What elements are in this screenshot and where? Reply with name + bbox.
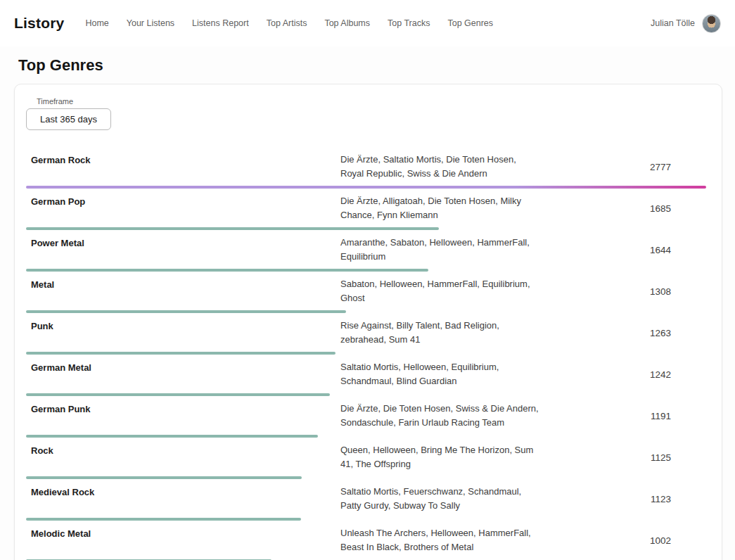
genre-artists: Rise Against, Billy Talent, Bad Religion… (340, 319, 540, 347)
genre-count: 1125 (540, 452, 706, 463)
top-genres-card: Timeframe Last 365 days German Rock Die … (14, 84, 722, 560)
genre-row: Punk Rise Against, Billy Talent, Bad Rel… (26, 313, 706, 355)
genre-row: German Rock Die Ärzte, Saltatio Mortis, … (26, 147, 706, 189)
genre-name: Power Metal (26, 236, 340, 250)
genre-name: Medieval Rock (26, 485, 340, 499)
genre-artists: Die Ärzte, Alligatoah, Die Toten Hosen, … (340, 194, 540, 222)
nav-item-home[interactable]: Home (85, 18, 108, 28)
genre-name: German Pop (26, 194, 340, 209)
timeframe-label: Timeframe (37, 97, 706, 106)
genre-artists: Queen, Helloween, Bring Me The Horizon, … (340, 443, 540, 471)
genre-artists: Amaranthe, Sabaton, Helloween, HammerFal… (340, 236, 540, 264)
genre-count: 1308 (540, 286, 706, 297)
nav-item-listens-report[interactable]: Listens Report (192, 18, 249, 28)
user-menu[interactable]: Julian Tölle (651, 14, 721, 33)
nav-item-top-genres[interactable]: Top Genres (447, 18, 493, 28)
genre-artists: Unleash The Archers, Helloween, HammerFa… (340, 526, 540, 554)
genre-count: 1263 (540, 328, 706, 338)
genre-count: 1123 (540, 494, 706, 504)
genre-artists: Saltatio Mortis, Helloween, Equilibrium,… (340, 360, 540, 388)
genre-name: German Punk (26, 402, 340, 416)
genre-row: German Pop Die Ärzte, Alligatoah, Die To… (26, 189, 706, 230)
genre-row: Medieval Rock Saltatio Mortis, Feuerschw… (26, 479, 706, 521)
genre-name: Rock (26, 443, 340, 458)
genre-row: German Punk Die Ärzte, Die Toten Hosen, … (26, 396, 706, 438)
nav-item-top-albums[interactable]: Top Albums (324, 18, 370, 28)
genre-artists: Saltatio Mortis, Feuerschwanz, Schandmau… (340, 485, 540, 513)
genre-count: 1242 (540, 369, 706, 380)
user-name: Julian Tölle (651, 18, 695, 28)
nav-item-top-tracks[interactable]: Top Tracks (388, 18, 430, 28)
user-avatar[interactable] (702, 14, 721, 33)
timeframe-select[interactable]: Last 365 days (26, 108, 111, 130)
genre-count: 1644 (540, 245, 706, 255)
genre-artists: Die Ärzte, Saltatio Mortis, Die Toten Ho… (340, 153, 540, 181)
nav-item-top-artists[interactable]: Top Artists (267, 18, 307, 28)
genre-name: Melodic Metal (26, 526, 340, 541)
genre-name: Punk (26, 319, 340, 333)
genre-artists: Sabaton, Helloween, HammerFall, Equilibr… (340, 277, 540, 305)
genre-artists: Die Ärzte, Die Toten Hosen, Swiss & Die … (340, 402, 540, 430)
genre-count: 1002 (540, 535, 706, 546)
genre-row: Power Metal Amaranthe, Sabaton, Hellowee… (26, 230, 706, 272)
genre-name: Metal (26, 277, 340, 292)
genre-row: German Metal Saltatio Mortis, Helloween,… (26, 355, 706, 396)
genre-list: German Rock Die Ärzte, Saltatio Mortis, … (26, 147, 706, 560)
genre-count: 1191 (540, 411, 706, 421)
brand-logo[interactable]: Listory (14, 15, 64, 32)
page-title: Top Genres (0, 56, 735, 75)
genre-count: 2777 (540, 162, 706, 172)
genre-name: German Metal (26, 360, 340, 375)
genre-row: Metal Sabaton, Helloween, HammerFall, Eq… (26, 272, 706, 313)
top-bar: Listory HomeYour ListensListens ReportTo… (0, 0, 735, 46)
genre-row: Rock Queen, Helloween, Bring Me The Hori… (26, 438, 706, 479)
nav-item-your-listens[interactable]: Your Listens (127, 18, 174, 28)
genre-name: German Rock (26, 153, 340, 167)
genre-row: Melodic Metal Unleash The Archers, Hello… (26, 521, 706, 560)
main-nav: HomeYour ListensListens ReportTop Artist… (85, 18, 651, 28)
genre-count: 1685 (540, 203, 706, 214)
